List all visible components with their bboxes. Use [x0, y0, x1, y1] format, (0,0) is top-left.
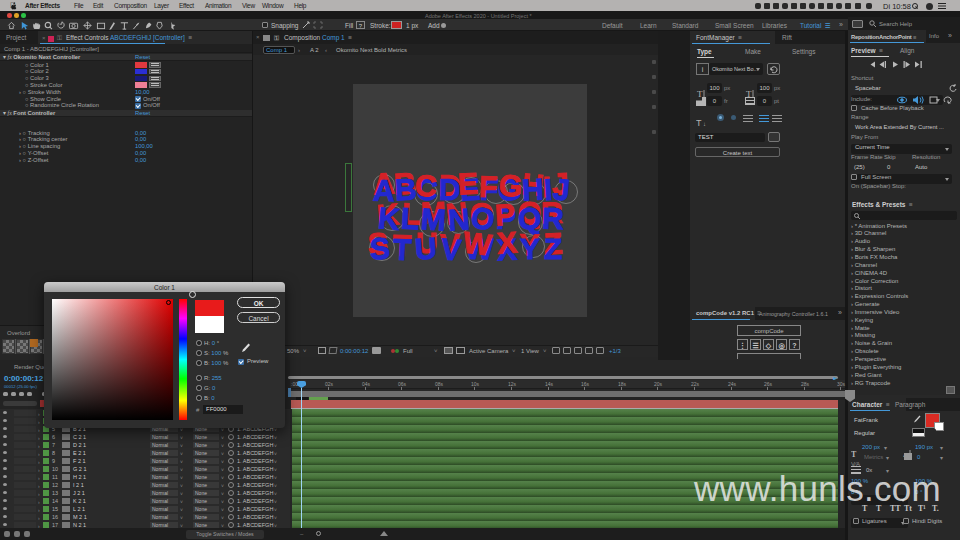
- svg-text:T: T: [697, 89, 703, 98]
- svg-text:T: T: [696, 118, 702, 127]
- svg-text:↓: ↓: [703, 121, 706, 127]
